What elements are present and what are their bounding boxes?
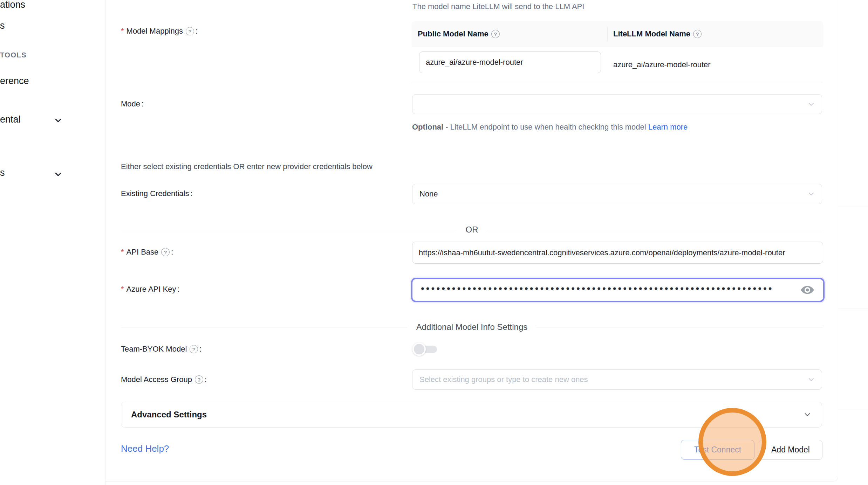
api-base-label: * API Base ? :	[121, 248, 173, 257]
sidebar-item-erence[interactable]: erence	[0, 76, 29, 86]
table-row: azure_ai/azure-model-router	[412, 47, 823, 83]
model-mappings-table: Public Model Name ? LiteLLM Model Name ?…	[412, 21, 823, 83]
model-mappings-label: * Model Mappings ? :	[121, 27, 198, 36]
or-divider: OR	[121, 225, 823, 235]
model-access-group-select[interactable]: Select existing groups or type to create…	[412, 369, 822, 390]
mode-select[interactable]	[412, 94, 822, 114]
existing-credentials-label: Existing Credentials:	[121, 189, 193, 198]
help-question-icon[interactable]: ?	[190, 345, 198, 353]
advanced-settings-title: Advanced Settings	[131, 410, 803, 420]
chevron-down-icon	[807, 375, 815, 384]
column-header-public-model-name: Public Model Name ?	[412, 29, 607, 39]
help-question-icon[interactable]: ?	[491, 30, 500, 38]
background-row-line	[839, 308, 868, 309]
credentials-hint: Either select existing credentials OR en…	[121, 162, 373, 171]
background-row-line	[839, 410, 868, 410]
learn-more-link[interactable]: Learn more	[648, 123, 688, 131]
mode-help-text: Optional - LiteLLM endpoint to use when …	[412, 120, 706, 134]
chevron-down-icon	[807, 100, 815, 109]
public-model-name-input[interactable]	[419, 51, 601, 73]
eye-icon[interactable]	[800, 283, 815, 297]
litellm-model-name-value: azure_ai/azure-model-router	[613, 60, 711, 69]
masked-password-value: ••••••••••••••••••••••••••••••••••••••••…	[421, 276, 800, 301]
need-help-link[interactable]: Need Help?	[121, 443, 169, 454]
help-question-icon[interactable]: ?	[693, 30, 702, 38]
required-asterisk: *	[121, 27, 124, 36]
table-header: Public Model Name ? LiteLLM Model Name ?	[412, 21, 823, 47]
chevron-down-icon	[807, 190, 815, 198]
api-base-input[interactable]: https://ishaa-mh6uutut-swedencentral.cog…	[412, 242, 823, 264]
mode-label: Mode:	[121, 99, 144, 109]
chevron-down-icon	[803, 410, 812, 419]
help-question-icon[interactable]: ?	[186, 27, 194, 35]
required-asterisk: *	[121, 285, 124, 294]
column-header-litellm-model-name: LiteLLM Model Name ?	[607, 29, 702, 39]
advanced-settings-panel[interactable]: Advanced Settings	[121, 402, 822, 428]
sidebar-item-ental[interactable]: ental	[0, 114, 21, 125]
azure-api-key-label: * Azure API Key:	[121, 285, 180, 294]
sidebar-section-tools: TOOLS	[0, 51, 27, 59]
toggle-knob	[412, 342, 426, 356]
sidebar-item-s2[interactable]: s	[0, 167, 5, 178]
sidebar-item-s1[interactable]: s	[0, 20, 5, 31]
help-question-icon[interactable]: ?	[161, 248, 170, 256]
column-separator	[607, 27, 608, 41]
sidebar: ations s TOOLS erence ental s	[0, 0, 105, 485]
model-access-group-label: Model Access Group ? :	[121, 375, 207, 384]
background-row-line	[839, 207, 868, 207]
add-model-button[interactable]: Add Model	[759, 440, 822, 460]
chevron-down-icon[interactable]	[53, 116, 63, 125]
add-model-form: The model name LiteLLM will send to the …	[105, 0, 838, 481]
chevron-down-icon[interactable]	[53, 169, 63, 179]
model-name-hint: The model name LiteLLM will send to the …	[412, 2, 584, 11]
sidebar-item-ations[interactable]: ations	[0, 0, 25, 10]
azure-api-key-input[interactable]: ••••••••••••••••••••••••••••••••••••••••…	[411, 278, 825, 302]
required-asterisk: *	[121, 248, 124, 257]
test-connect-button[interactable]: Test Connect	[681, 440, 754, 460]
help-question-icon[interactable]: ?	[195, 375, 203, 384]
team-byok-toggle[interactable]	[412, 341, 437, 357]
additional-settings-divider: Additional Model Info Settings	[121, 322, 823, 332]
existing-credentials-select[interactable]: None	[412, 184, 822, 204]
team-byok-label: Team-BYOK Model ? :	[121, 345, 201, 354]
